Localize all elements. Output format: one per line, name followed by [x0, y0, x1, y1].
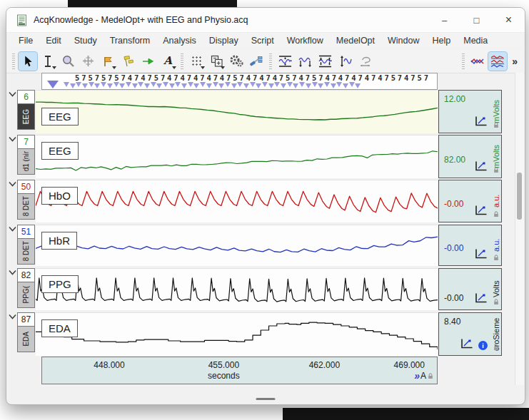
vertical-scrollbar[interactable]: [515, 73, 524, 385]
toolbar: A: [6, 49, 525, 73]
event-marker-icon: [89, 82, 94, 87]
collapse-chevron-icon[interactable]: [9, 270, 16, 275]
toolbar-grip[interactable]: [12, 53, 15, 69]
channel-tab[interactable]: 8 DET: [17, 239, 35, 265]
collapse-chevron-icon[interactable]: [9, 314, 16, 319]
measurement-box[interactable]: 82.00 i mVolts: [438, 135, 502, 178]
channel-number[interactable]: 50: [17, 180, 35, 194]
measurement-box[interactable]: 12.00 i mVolts: [438, 90, 502, 133]
vertical-scale-button[interactable]: [336, 52, 354, 71]
axis-scale-icon[interactable]: [474, 205, 488, 219]
waveform-plot[interactable]: HbR: [36, 225, 438, 266]
toolbar-grip[interactable]: [269, 53, 272, 69]
toolbar-grip[interactable]: [462, 53, 465, 69]
channel-tab[interactable]: EEG: [17, 104, 35, 130]
axis-scale-icon[interactable]: [474, 248, 488, 262]
autoscale-all-button[interactable]: [316, 52, 334, 71]
waveform-plot[interactable]: EDA: [36, 312, 438, 356]
move-tool-button[interactable]: [79, 52, 97, 71]
close-button[interactable]: ×: [493, 8, 525, 32]
menu-file[interactable]: File: [12, 34, 39, 47]
selected-event-marker-icon[interactable]: [47, 81, 59, 88]
channel-number[interactable]: 7: [17, 135, 35, 149]
channel-label[interactable]: EEG: [41, 108, 79, 126]
menu-transform[interactable]: Transform: [104, 34, 157, 47]
event-marker-icon: [64, 82, 69, 87]
vertical-scrollbar-thumb[interactable]: [517, 173, 522, 220]
channel-value: -0.00: [444, 243, 463, 253]
channel-number[interactable]: 82: [17, 268, 35, 282]
maximize-button[interactable]: □: [460, 8, 493, 32]
toolbar-overflow-button[interactable]: »: [508, 56, 522, 67]
channel-label[interactable]: HbO: [41, 187, 78, 205]
measurement-box[interactable]: -0.00 i a.u.: [438, 225, 502, 266]
measurement-box[interactable]: 8.40 i croSieme: [438, 312, 502, 356]
waveform-plot[interactable]: EEG: [36, 90, 438, 133]
menu-medelopt[interactable]: MedelOpt: [330, 34, 381, 47]
menu-workflow[interactable]: Workflow: [281, 34, 330, 47]
menu-edit[interactable]: Edit: [39, 34, 68, 47]
collapse-chevron-icon[interactable]: [9, 136, 16, 142]
event-palette-tool-button[interactable]: [119, 52, 137, 71]
channel-label[interactable]: EDA: [41, 319, 78, 337]
measurement-box[interactable]: -0.00 i Volts: [438, 268, 502, 310]
channel-label[interactable]: HbR: [41, 232, 77, 250]
collapse-chevron-icon[interactable]: [9, 91, 16, 97]
marker-triangles[interactable]: [64, 82, 436, 89]
event-marker-bar[interactable]: 5757575747475747474747475747474757475747…: [41, 73, 438, 90]
select-tool-button[interactable]: [19, 52, 37, 71]
autoscale-waveforms-button[interactable]: [296, 52, 314, 71]
waveform-plot[interactable]: PPG: [36, 268, 438, 310]
preferences-button[interactable]: [227, 52, 246, 71]
channel-tab[interactable]: 8 DET: [17, 194, 35, 220]
ibeam-tool-button[interactable]: [39, 52, 57, 71]
event-flag-tool-button[interactable]: [99, 52, 117, 71]
minimize-button[interactable]: –: [428, 8, 460, 32]
menu-window[interactable]: Window: [381, 34, 425, 47]
axis-scale-icon[interactable]: [460, 338, 474, 352]
toolbox-button[interactable]: [247, 52, 266, 71]
event-marker-icon: [299, 82, 305, 87]
time-tick: 469.000: [394, 360, 425, 370]
stacked-mode-button[interactable]: [488, 52, 507, 71]
text-tool-button[interactable]: A: [158, 52, 177, 71]
autoscale-vertical-button[interactable]: [276, 52, 294, 71]
horizontal-autoscale-button[interactable]: [356, 52, 374, 71]
grid-tool-button[interactable]: [187, 52, 206, 71]
channel-number[interactable]: 51: [17, 225, 35, 239]
measurement-box[interactable]: -0.00 i a.u.: [438, 180, 502, 222]
channel-tab[interactable]: EDA: [17, 327, 35, 352]
waveform-plot[interactable]: HbO: [36, 180, 438, 222]
menu-analysis[interactable]: Analysis: [156, 34, 203, 47]
event-marker-icon: [114, 82, 119, 87]
toolbar-grip[interactable]: [181, 53, 183, 69]
overlap-mode-button[interactable]: [468, 52, 487, 71]
menu-help[interactable]: Help: [426, 34, 458, 47]
info-icon[interactable]: i: [478, 341, 488, 350]
channel-tab[interactable]: d1 (nir: [17, 149, 35, 175]
menu-study[interactable]: Study: [68, 34, 104, 47]
channel-label[interactable]: PPG: [41, 275, 79, 293]
menu-media[interactable]: Media: [457, 34, 494, 47]
waveform-plot[interactable]: EEG: [36, 135, 438, 178]
zoom-tool-button[interactable]: [59, 52, 77, 71]
tile-windows-button[interactable]: [207, 52, 226, 71]
axis-scale-icon[interactable]: [474, 160, 488, 175]
background-window-fragment: [283, 408, 529, 420]
menu-display[interactable]: Display: [203, 34, 245, 47]
horizontal-autoscale-button[interactable]: » A: [414, 370, 433, 381]
channel-tab[interactable]: PPG(: [17, 282, 35, 308]
axis-scale-icon[interactable]: [474, 292, 488, 307]
collapse-chevron-icon[interactable]: [9, 226, 16, 232]
green-arrow-icon: [141, 56, 154, 67]
collapse-chevron-icon[interactable]: [9, 181, 16, 187]
channel-number[interactable]: 6: [17, 90, 35, 104]
axis-scale-icon[interactable]: [474, 116, 488, 130]
waveform-trace: [36, 269, 438, 310]
window-resize-grip[interactable]: [256, 398, 276, 400]
channel-number[interactable]: 87: [17, 312, 35, 327]
event-marker-icon: [231, 83, 237, 88]
jump-to-event-button[interactable]: [138, 52, 157, 71]
menu-script[interactable]: Script: [245, 34, 281, 47]
channel-label[interactable]: EEG: [41, 142, 79, 160]
